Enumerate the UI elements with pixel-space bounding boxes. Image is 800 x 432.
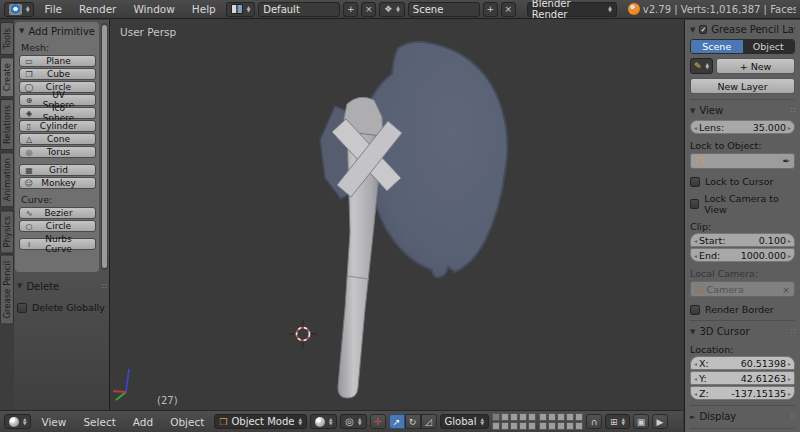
decrement-arrow-icon[interactable]: ◂ <box>694 237 697 244</box>
add-cone-button[interactable]: △Cone <box>19 133 96 145</box>
render-engine-selector[interactable]: Blender Render ▲▼ <box>527 2 617 17</box>
scrollbar-thumb[interactable] <box>102 25 107 268</box>
layer-toggle[interactable] <box>519 413 527 421</box>
opengl-render-button[interactable]: ▣ <box>633 414 649 429</box>
menu-help[interactable]: Help <box>185 3 223 15</box>
add-cylinder-button[interactable]: ▯Cylinder <box>19 120 96 132</box>
viewport-canvas[interactable] <box>111 20 683 410</box>
grease-pencil-data-selector[interactable]: ✎ ▲▼ <box>690 58 713 74</box>
manipulator-toggle-button[interactable]: ✛ <box>370 414 386 429</box>
axe-blade-right[interactable] <box>364 42 507 278</box>
new-layer-button[interactable]: New Layer <box>690 78 795 94</box>
add-bezier-button[interactable]: ∿Bezier <box>19 207 96 219</box>
layer-toggle[interactable] <box>557 422 565 430</box>
tab-physics[interactable]: Physics <box>0 210 14 253</box>
snap-toggle-button[interactable]: ∩ <box>586 414 602 429</box>
view-panel-header[interactable]: ▼ View ∷ <box>690 104 795 117</box>
viewport-shading-selector[interactable]: ▲▼ <box>310 414 337 429</box>
decrement-arrow-icon[interactable]: ◂ <box>694 124 697 131</box>
layer-toggle[interactable] <box>566 413 574 421</box>
opengl-render-anim-button[interactable]: ▶ <box>652 414 668 429</box>
layer-toggle[interactable] <box>575 422 583 430</box>
layer-toggle[interactable] <box>510 422 518 430</box>
editor-type-selector[interactable]: ▲▼ <box>4 414 31 429</box>
layer-toggle[interactable] <box>548 413 556 421</box>
grease-pencil-checkbox[interactable]: ✓ <box>699 25 707 34</box>
new-grease-pencil-button[interactable]: + New <box>716 58 795 74</box>
decrement-arrow-icon[interactable]: ◂ <box>694 252 697 259</box>
rotate-manipulator-button[interactable]: ↻ <box>405 414 421 429</box>
layer-toggle[interactable] <box>566 422 574 430</box>
layer-toggle[interactable] <box>492 413 500 421</box>
lens-field[interactable]: ◂ Lens: 35.000 ▸ <box>690 120 795 134</box>
add-torus-button[interactable]: ◎Torus <box>19 146 96 158</box>
panel-grip-icon[interactable]: ∷ <box>791 106 795 115</box>
screen-layout-icon-selector[interactable]: ▲▼ <box>226 2 255 17</box>
add-grid-button[interactable]: ▦Grid <box>19 164 96 176</box>
tab-grease-pencil[interactable]: Grease Pencil <box>0 255 14 325</box>
add-ico-sphere-button[interactable]: ◈Ico Sphere <box>19 107 96 119</box>
axe-model[interactable] <box>320 42 507 398</box>
3d-viewport[interactable]: User Persp (27) <box>111 20 683 410</box>
layer-toggle[interactable] <box>575 413 583 421</box>
translate-manipulator-button[interactable]: ↗ <box>389 414 405 429</box>
layer-toggle[interactable] <box>528 422 536 430</box>
menu-view[interactable]: View <box>34 416 73 428</box>
layer-toggle[interactable] <box>528 413 536 421</box>
layer-toggle[interactable] <box>557 413 565 421</box>
decrement-arrow-icon[interactable]: ◂ <box>694 360 697 367</box>
increment-arrow-icon[interactable]: ▸ <box>788 375 791 382</box>
transform-orientation-selector[interactable]: Global ▲▼ <box>440 414 489 429</box>
menu-render[interactable]: Render <box>72 3 123 15</box>
close-scene-button[interactable]: × <box>501 2 516 17</box>
layer-toggle[interactable] <box>510 413 518 421</box>
layer-toggle[interactable] <box>501 422 509 430</box>
grease-pencil-header[interactable]: ▼ ✓ Grease Pencil Layers <box>690 23 795 36</box>
cursor-x-field[interactable]: ◂ X: 60.51398 ▸ <box>690 356 795 370</box>
decrement-arrow-icon[interactable]: ◂ <box>694 375 697 382</box>
3d-cursor[interactable] <box>289 320 317 348</box>
add-curve-circle-button[interactable]: ○Circle <box>19 220 96 232</box>
tab-relations[interactable]: Relations <box>0 99 14 150</box>
add-scene-button[interactable]: + <box>483 2 498 17</box>
menu-object[interactable]: Object <box>163 416 211 428</box>
mode-selector[interactable]: ❒ Object Mode ▲▼ <box>214 414 307 429</box>
lock-camera-to-view-checkbox[interactable] <box>690 199 699 209</box>
menu-add[interactable]: Add <box>126 416 160 428</box>
increment-arrow-icon[interactable]: ▸ <box>788 390 791 397</box>
close-layout-button[interactable]: × <box>361 2 376 17</box>
increment-arrow-icon[interactable]: ▸ <box>788 237 791 244</box>
render-border-checkbox[interactable] <box>690 305 700 315</box>
layer-toggle[interactable] <box>492 422 500 430</box>
lock-to-cursor-checkbox[interactable] <box>690 177 700 187</box>
decrement-arrow-icon[interactable]: ◂ <box>694 390 697 397</box>
cursor-z-field[interactable]: ◂ Z: -137.15135 ▸ <box>690 386 795 400</box>
3d-cursor-panel-header[interactable]: ▼ 3D Cursor ∷ <box>690 325 795 338</box>
layer-toggle[interactable] <box>539 422 547 430</box>
cursor-y-field[interactable]: ◂ Y: 42.61263 ▸ <box>690 371 795 385</box>
tab-animation[interactable]: Animation <box>0 152 14 207</box>
add-monkey-button[interactable]: ☺Monkey <box>19 177 96 189</box>
add-plane-button[interactable]: ▭Plane <box>19 55 96 67</box>
delete-panel-header[interactable]: ▼ Delete ∷ <box>17 280 106 292</box>
panel-grip-icon[interactable]: ∷ <box>791 412 795 421</box>
add-layout-button[interactable]: + <box>343 2 358 17</box>
menu-select[interactable]: Select <box>76 416 122 428</box>
add-nurbs-curve-button[interactable]: ≀Nurbs Curve <box>19 238 96 250</box>
layer-toggle[interactable] <box>548 422 556 430</box>
add-cube-button[interactable]: ❒Cube <box>19 68 96 80</box>
layer-toggle[interactable] <box>539 413 547 421</box>
eyedropper-icon[interactable]: ✒ <box>782 156 790 166</box>
menu-window[interactable]: Window <box>126 3 181 15</box>
snap-element-selector[interactable]: ⊞ ▲▼ <box>605 414 630 429</box>
layer-toggle[interactable] <box>519 422 527 430</box>
layer-toggle[interactable] <box>501 413 509 421</box>
screen-layout-name-field[interactable]: Default <box>258 2 340 17</box>
increment-arrow-icon[interactable]: ▸ <box>788 124 791 131</box>
increment-arrow-icon[interactable]: ▸ <box>788 360 791 367</box>
pivot-point-selector[interactable]: ◎ ▲▼ <box>340 414 366 429</box>
increment-arrow-icon[interactable]: ▸ <box>788 252 791 259</box>
menu-file[interactable]: File <box>37 3 69 15</box>
scale-manipulator-button[interactable]: ◿ <box>421 414 437 429</box>
scene-name-field[interactable]: Scene <box>408 2 480 17</box>
